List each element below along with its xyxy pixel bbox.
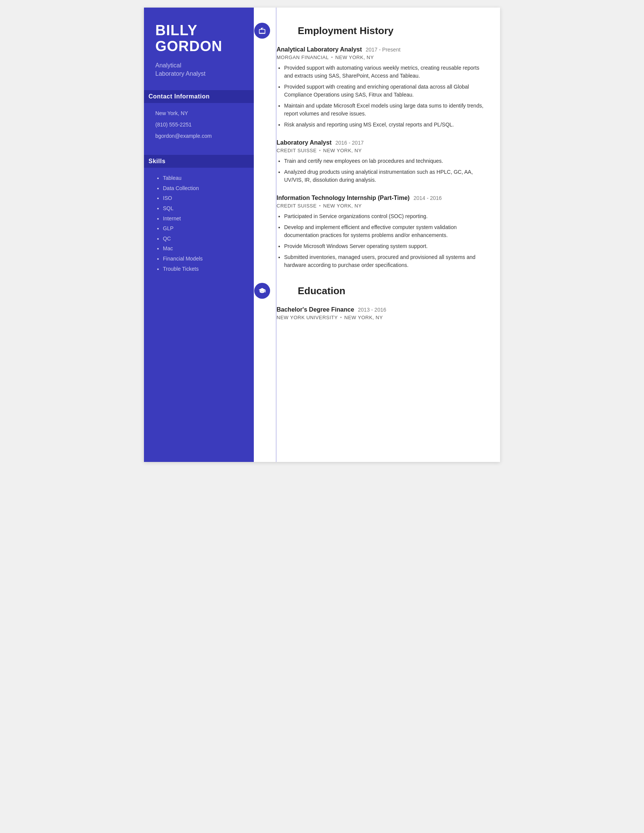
education-section-header: Education	[277, 283, 485, 299]
job-bullets: Train and certify new employees on lab p…	[277, 157, 485, 184]
skills-section-title: Skills	[144, 155, 254, 168]
skill-item: ISO	[163, 195, 242, 202]
job-company: Credit Suisse•New York, NY	[277, 148, 485, 153]
skill-item: Tableau	[163, 175, 242, 182]
sidebar: BILLY GORDON Analytical Laboratory Analy…	[144, 8, 254, 462]
job-company: Credit Suisse•New York, NY	[277, 203, 485, 209]
skill-item: Trouble Tickets	[163, 265, 242, 273]
job-bullet: Maintain and update Microsoft Excel mode…	[284, 102, 485, 118]
jobs-container: Analytical Laboratory Analyst2017 - Pres…	[277, 46, 485, 269]
job-bullet: Submitted inventories, managed users, pr…	[284, 253, 485, 269]
job-bullets: Provided support with automating various…	[277, 64, 485, 129]
job-bullet: Participated in Service organizations co…	[284, 212, 485, 220]
job-entry: Laboratory Analyst2016 - 2017Credit Suis…	[277, 139, 485, 184]
education-school: New York University•New York, NY	[277, 315, 485, 320]
person-title: Analytical Laboratory Analyst	[155, 61, 242, 78]
job-bullet: Risk analysis and reporting using MS Exc…	[284, 121, 485, 129]
job-entry: Information Technology Internship (Part-…	[277, 195, 485, 269]
contact-email: bgordon@example.com	[155, 132, 242, 140]
job-bullets: Participated in Service organizations co…	[277, 212, 485, 269]
job-bullet: Provided support with creating and enric…	[284, 83, 485, 99]
skill-item: GLP	[163, 225, 242, 233]
job-title: Information Technology Internship (Part-…	[277, 195, 409, 201]
skill-item: SQL	[163, 205, 242, 212]
job-header: Analytical Laboratory Analyst2017 - Pres…	[277, 46, 485, 53]
contact-location: New York, NY	[155, 110, 242, 117]
resume-container: BILLY GORDON Analytical Laboratory Analy…	[144, 8, 500, 462]
job-bullet: Train and certify new employees on lab p…	[284, 157, 485, 165]
person-name: BILLY GORDON	[155, 23, 242, 55]
contact-phone: (810) 555-2251	[155, 121, 242, 129]
skill-item: Data Collection	[163, 185, 242, 192]
skill-item: Internet	[163, 215, 242, 223]
skills-list: TableauData CollectionISOSQLInternetGLPQ…	[155, 175, 242, 273]
job-header: Information Technology Internship (Part-…	[277, 195, 485, 201]
education-degree: Bachelor's Degree Finance	[277, 306, 354, 313]
employment-section-title: Employment History	[298, 25, 394, 37]
education-container: Bachelor's Degree Finance2013 - 2016New …	[277, 306, 485, 320]
job-title: Laboratory Analyst	[277, 139, 332, 146]
job-bullet: Provided support with automating various…	[284, 64, 485, 80]
job-dates: 2016 - 2017	[335, 140, 364, 146]
job-entry: Analytical Laboratory Analyst2017 - Pres…	[277, 46, 485, 129]
job-title: Analytical Laboratory Analyst	[277, 46, 362, 53]
contact-section: Contact Information New York, NY (810) 5…	[155, 90, 242, 143]
employment-section: Employment History Analytical Laboratory…	[277, 23, 485, 269]
skills-section: Skills TableauData CollectionISOSQLInter…	[155, 155, 242, 275]
job-header: Laboratory Analyst2016 - 2017	[277, 139, 485, 146]
job-bullet: Develop and implement efficient and effe…	[284, 224, 485, 239]
education-header: Bachelor's Degree Finance2013 - 2016	[277, 306, 485, 313]
education-section-title: Education	[298, 285, 346, 297]
education-icon	[254, 283, 270, 299]
job-bullet: Analyzed drug products using analytical …	[284, 168, 485, 184]
skill-item: Mac	[163, 245, 242, 252]
job-bullet: Provide Microsoft Windows Server operati…	[284, 242, 485, 250]
job-dates: 2014 - 2016	[413, 195, 442, 201]
skill-item: Financial Models	[163, 255, 242, 263]
main-content: Employment History Analytical Laboratory…	[254, 8, 500, 462]
education-entry: Bachelor's Degree Finance2013 - 2016New …	[277, 306, 485, 320]
job-company: MORGAN FINANCIAL•New York, NY	[277, 55, 485, 60]
skill-item: QC	[163, 235, 242, 243]
employment-icon	[254, 23, 270, 39]
education-dates: 2013 - 2016	[358, 307, 386, 313]
education-section: Education Bachelor's Degree Finance2013 …	[277, 283, 485, 320]
employment-section-header: Employment History	[277, 23, 485, 39]
contact-section-title: Contact Information	[144, 90, 254, 103]
job-dates: 2017 - Present	[365, 47, 401, 53]
